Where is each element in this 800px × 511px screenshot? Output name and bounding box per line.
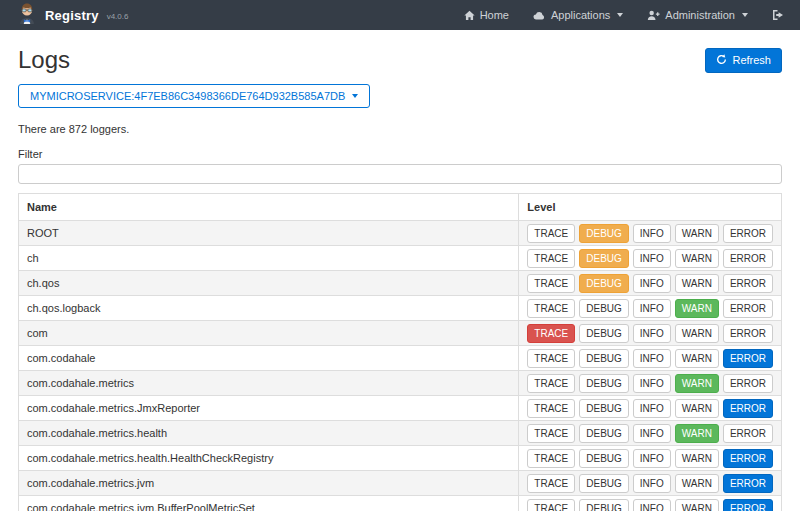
level-button-error[interactable]: ERROR [723, 224, 773, 243]
cloud-icon [533, 10, 546, 21]
chevron-down-icon [617, 13, 623, 17]
logger-row: com.codahale.metrics.jvmTRACEDEBUGINFOWA… [19, 471, 782, 496]
level-button-warn[interactable]: WARN [675, 499, 719, 511]
level-button-warn[interactable]: WARN [675, 349, 719, 368]
level-button-warn[interactable]: WARN [675, 399, 719, 418]
level-button-error[interactable]: ERROR [723, 399, 773, 418]
level-button-debug[interactable]: DEBUG [579, 324, 629, 343]
level-button-trace[interactable]: TRACE [527, 249, 575, 268]
table-header-row: Name Level [19, 194, 782, 221]
level-button-warn[interactable]: WARN [675, 324, 719, 343]
user-plus-icon [647, 10, 660, 21]
level-button-info[interactable]: INFO [633, 424, 671, 443]
level-button-warn[interactable]: WARN [675, 449, 719, 468]
level-button-group: TRACEDEBUGINFOWARNERROR [527, 324, 773, 343]
nav-item-home[interactable]: Home [464, 9, 509, 21]
level-button-warn[interactable]: WARN [675, 299, 719, 318]
level-button-info[interactable]: INFO [633, 449, 671, 468]
chevron-down-icon [742, 13, 748, 17]
chevron-down-icon [352, 94, 358, 98]
logger-row: chTRACEDEBUGINFOWARNERROR [19, 246, 782, 271]
level-button-trace[interactable]: TRACE [527, 324, 575, 343]
level-button-group: TRACEDEBUGINFOWARNERROR [527, 224, 773, 243]
level-button-trace[interactable]: TRACE [527, 449, 575, 468]
level-button-trace[interactable]: TRACE [527, 424, 575, 443]
level-button-info[interactable]: INFO [633, 349, 671, 368]
column-header-name: Name [19, 194, 519, 221]
level-button-group: TRACEDEBUGINFOWARNERROR [527, 424, 773, 443]
level-button-group: TRACEDEBUGINFOWARNERROR [527, 299, 773, 318]
level-button-debug[interactable]: DEBUG [579, 374, 629, 393]
level-button-info[interactable]: INFO [633, 324, 671, 343]
level-button-debug[interactable]: DEBUG [579, 349, 629, 368]
level-button-error[interactable]: ERROR [723, 374, 773, 393]
level-button-debug[interactable]: DEBUG [579, 274, 629, 293]
nav-item-applications[interactable]: Applications [533, 9, 623, 21]
level-button-trace[interactable]: TRACE [527, 499, 575, 511]
level-button-error[interactable]: ERROR [723, 499, 773, 511]
level-button-trace[interactable]: TRACE [527, 224, 575, 243]
level-button-info[interactable]: INFO [633, 399, 671, 418]
logger-level-cell: TRACEDEBUGINFOWARNERROR [519, 396, 782, 421]
app-version: v4.0.6 [107, 12, 129, 21]
level-button-debug[interactable]: DEBUG [579, 299, 629, 318]
level-button-debug[interactable]: DEBUG [579, 449, 629, 468]
logger-row: com.codahale.metrics.jvm.BufferPoolMetri… [19, 496, 782, 511]
level-button-info[interactable]: INFO [633, 299, 671, 318]
logger-level-cell: TRACEDEBUGINFOWARNERROR [519, 421, 782, 446]
level-button-warn[interactable]: WARN [675, 274, 719, 293]
level-button-error[interactable]: ERROR [723, 324, 773, 343]
logger-name: com.codahale [19, 346, 519, 371]
level-button-error[interactable]: ERROR [723, 249, 773, 268]
level-button-debug[interactable]: DEBUG [579, 249, 629, 268]
logger-name: com [19, 321, 519, 346]
brand[interactable]: Registry v4.0.6 [16, 2, 128, 28]
logger-name: ch [19, 246, 519, 271]
level-button-info[interactable]: INFO [633, 374, 671, 393]
level-button-error[interactable]: ERROR [723, 474, 773, 493]
level-button-debug[interactable]: DEBUG [579, 224, 629, 243]
level-button-trace[interactable]: TRACE [527, 374, 575, 393]
level-button-info[interactable]: INFO [633, 474, 671, 493]
level-button-warn[interactable]: WARN [675, 249, 719, 268]
filter-input[interactable] [18, 164, 782, 184]
column-header-level: Level [519, 194, 782, 221]
logger-name: com.codahale.metrics [19, 371, 519, 396]
level-button-debug[interactable]: DEBUG [579, 399, 629, 418]
level-button-trace[interactable]: TRACE [527, 299, 575, 318]
level-button-info[interactable]: INFO [633, 249, 671, 268]
refresh-button[interactable]: Refresh [705, 48, 782, 73]
level-button-group: TRACEDEBUGINFOWARNERROR [527, 274, 773, 293]
level-button-info[interactable]: INFO [633, 274, 671, 293]
sign-out-button[interactable] [772, 9, 784, 21]
refresh-icon [716, 54, 727, 67]
level-button-debug[interactable]: DEBUG [579, 424, 629, 443]
level-button-warn[interactable]: WARN [675, 374, 719, 393]
level-button-trace[interactable]: TRACE [527, 474, 575, 493]
level-button-debug[interactable]: DEBUG [579, 474, 629, 493]
level-button-error[interactable]: ERROR [723, 349, 773, 368]
service-selector-dropdown[interactable]: MYMICROSERVICE:4F7EB86C3498366DE764D932B… [18, 84, 370, 108]
level-button-trace[interactable]: TRACE [527, 399, 575, 418]
level-button-info[interactable]: INFO [633, 499, 671, 511]
logger-name: com.codahale.metrics.health [19, 421, 519, 446]
level-button-trace[interactable]: TRACE [527, 274, 575, 293]
level-button-warn[interactable]: WARN [675, 224, 719, 243]
level-button-trace[interactable]: TRACE [527, 349, 575, 368]
level-button-group: TRACEDEBUGINFOWARNERROR [527, 374, 773, 393]
nav-item-administration[interactable]: Administration [647, 9, 748, 21]
filter-label: Filter [18, 148, 782, 160]
level-button-warn[interactable]: WARN [675, 474, 719, 493]
logger-row: com.codahale.metricsTRACEDEBUGINFOWARNER… [19, 371, 782, 396]
level-button-debug[interactable]: DEBUG [579, 499, 629, 511]
level-button-warn[interactable]: WARN [675, 424, 719, 443]
loggers-table-body: ROOTTRACEDEBUGINFOWARNERRORchTRACEDEBUGI… [19, 221, 782, 511]
level-button-error[interactable]: ERROR [723, 424, 773, 443]
level-button-error[interactable]: ERROR [723, 274, 773, 293]
nav-item-label: Administration [665, 9, 735, 21]
level-button-info[interactable]: INFO [633, 224, 671, 243]
logger-name: com.codahale.metrics.jvm.BufferPoolMetri… [19, 496, 519, 511]
level-button-error[interactable]: ERROR [723, 299, 773, 318]
level-button-error[interactable]: ERROR [723, 449, 773, 468]
logger-level-cell: TRACEDEBUGINFOWARNERROR [519, 221, 782, 246]
